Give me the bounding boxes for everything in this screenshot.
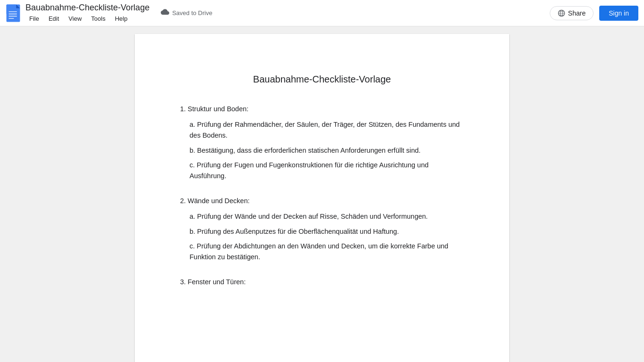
menu-view[interactable]: View — [65, 14, 85, 23]
main-content: Bauabnahme-Checkliste-Vorlage 1. Struktu… — [0, 26, 644, 362]
svg-rect-6 — [8, 18, 14, 19]
save-status: Saved to Drive — [161, 9, 212, 17]
title-area: Bauabnahme-Checkliste-Vorlage File Edit … — [25, 3, 149, 23]
section-1: 1. Struktur und Boden:a. Prüfung der Rah… — [180, 104, 464, 181]
doc-icon-wrapper — [6, 4, 21, 23]
section-2: 2. Wände und Decken:a. Prüfung der Wände… — [180, 196, 464, 263]
section-3: 3. Fenster und Türen: — [180, 277, 464, 288]
toolbar-right: Share Sign in — [550, 6, 638, 21]
svg-rect-3 — [8, 11, 17, 12]
section-2-item-2: b. Prüfung des Außenputzes für die Oberf… — [190, 226, 464, 237]
section-2-item-1: a. Prüfung der Wände und der Decken auf … — [190, 211, 464, 222]
doc-title[interactable]: Bauabnahme-Checkliste-Vorlage — [25, 3, 149, 13]
section-1-item-2: b. Bestätigung, dass die erforderlichen … — [190, 145, 464, 156]
svg-rect-1 — [7, 4, 17, 14]
menu-bar: File Edit View Tools Help — [25, 14, 149, 23]
section-1-heading: 1. Struktur und Boden: — [180, 104, 464, 115]
section-3-heading: 3. Fenster und Türen: — [180, 277, 464, 288]
document-title: Bauabnahme-Checkliste-Vorlage — [180, 72, 464, 87]
section-2-item-3: c. Prüfung der Abdichtungen an den Wände… — [190, 241, 464, 263]
sections-container: 1. Struktur und Boden:a. Prüfung der Rah… — [180, 104, 464, 288]
toolbar: Bauabnahme-Checkliste-Vorlage File Edit … — [0, 0, 644, 26]
svg-rect-4 — [8, 13, 17, 14]
share-label: Share — [568, 9, 586, 17]
svg-rect-5 — [8, 16, 17, 16]
doc-icon — [6, 4, 21, 23]
section-1-item-1: a. Prüfung der Rahmendächer, der Säulen,… — [190, 119, 464, 141]
menu-help[interactable]: Help — [111, 14, 132, 23]
menu-tools[interactable]: Tools — [87, 14, 109, 23]
cloud-icon — [161, 9, 169, 17]
sign-in-button[interactable]: Sign in — [599, 6, 638, 21]
share-button[interactable]: Share — [550, 6, 594, 20]
menu-edit[interactable]: Edit — [45, 14, 63, 23]
save-status-text: Saved to Drive — [172, 9, 212, 16]
menu-file[interactable]: File — [25, 14, 43, 23]
section-2-heading: 2. Wände und Decken: — [180, 196, 464, 206]
document-page[interactable]: Bauabnahme-Checkliste-Vorlage 1. Struktu… — [135, 34, 509, 362]
globe-icon — [558, 9, 565, 17]
section-1-item-3: c. Prüfung der Fugen und Fugenkonstrukti… — [190, 160, 464, 181]
